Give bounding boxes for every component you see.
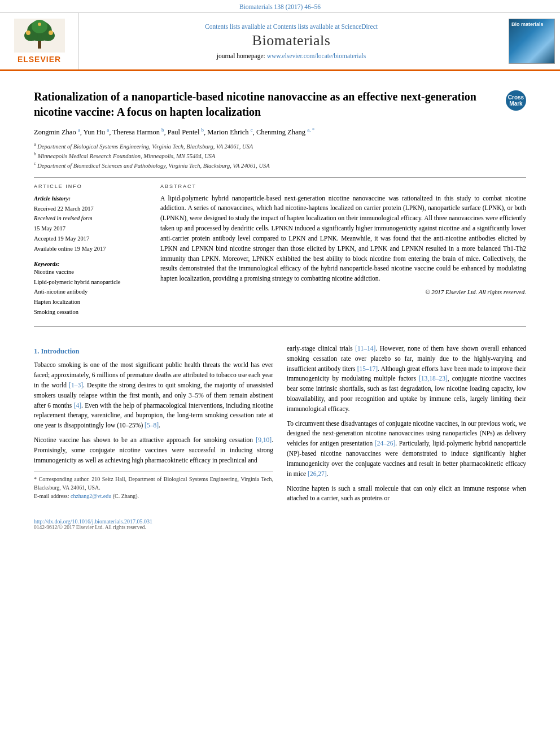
right-para-1: early-stage clinical trials [11–14]. How… [287,344,526,414]
email-label: E-mail address: [34,493,69,499]
ref-5-8[interactable]: [5–8] [145,422,159,429]
cover-journal-name: Bio materials [511,21,544,28]
section-divider-2 [34,326,526,327]
author-super-b2: b [202,127,204,133]
abstract-column: ABSTRACT A lipid-polymeric hybrid nanopa… [160,184,526,317]
keyword-4: Hapten localization [34,297,147,307]
intro-para-2: Nicotine vaccine has shown to be an attr… [34,435,273,465]
abstract-label: ABSTRACT [160,184,526,189]
ref-24-26[interactable]: [24–26] [375,440,395,447]
keyword-5: Smoking cessation [34,307,147,317]
body-two-col: 1. Introduction Tobacco smoking is one o… [34,344,526,508]
author-super-a: a [78,127,80,133]
accepted-date: Accepted 19 May 2017 [34,234,147,244]
elsevier-logo: ELSEVIER [14,19,65,64]
journal-title-area: Contents lists available at Contents lis… [79,13,504,69]
keywords-label: Keywords: [34,261,147,267]
homepage-label: journal homepage: [217,53,265,59]
corresponding-note: * Corresponding author. 210 Seitz Hall, … [34,475,273,492]
section-divider [34,177,526,178]
right-para-3: Nicotine hapten is such a small molecule… [287,484,526,504]
keyword-1: Nicotine vaccine [34,267,147,277]
sciencedirect-link[interactable]: Contents lists available at Contents lis… [205,23,378,30]
ref-11-14[interactable]: [11–14] [355,345,375,352]
keyword-3: Anti-nicotine antibody [34,287,147,297]
intro-heading: 1. Introduction [34,346,273,357]
keyword-2: Lipid-polymeric hybrid nanoparticle [34,277,147,287]
received-date: Received 22 March 2017 [34,204,147,214]
homepage-url[interactable]: www.elsevier.com/locate/biomaterials [267,53,366,59]
svg-point-6 [26,30,30,35]
email-address[interactable]: chzhang2@vt.edu [71,493,111,499]
journal-reference: Biomaterials 138 (2017) 46–56 [0,0,560,13]
ref-9-10[interactable]: [9,10] [256,436,272,443]
sciencedirect-text: Contents lists available at ScienceDirec… [273,23,378,30]
keywords-section: Keywords: Nicotine vaccine Lipid-polymer… [34,261,147,317]
journal-cover-image: Bio materials [509,19,555,64]
ref-1-3[interactable]: [1–3] [69,382,83,388]
history-label: Article history: [34,194,147,204]
issn-copyright: 0142-9612/© 2017 Elsevier Ltd. All right… [34,525,526,530]
article-content: CrossMark Rationalization of a nanoparti… [0,71,560,327]
footnote-section: * Corresponding author. 210 Seitz Hall, … [34,471,273,500]
author-super-a2: a [107,127,109,133]
copyright-notice: © 2017 Elsevier Ltd. All rights reserved… [160,289,526,295]
received-revised-label: Received in revised form [34,213,147,224]
article-title: Rationalization of a nanoparticle-based … [34,89,526,120]
crossmark-badge[interactable]: CrossMark [506,90,526,111]
svg-point-8 [38,23,41,26]
affiliation-c: c Department of Biomedical Sciences and … [34,160,526,170]
article-info-label: ARTICLE INFO [34,184,147,189]
author-super-c: c [251,127,253,133]
available-date: Available online 19 May 2017 [34,244,147,254]
received-revised-date: 15 May 2017 [34,224,147,234]
article-history: Article history: Received 22 March 2017 … [34,194,147,254]
elsevier-logo-area: ELSEVIER [0,13,79,69]
elsevier-wordmark: ELSEVIER [18,55,61,64]
doi-url[interactable]: http://dx.doi.org/10.1016/j.biomaterials… [34,518,526,525]
journal-name: Biomaterials [252,32,331,49]
svg-point-5 [32,20,47,33]
email-line: E-mail address: chzhang2@vt.edu (C. Zhan… [34,492,273,500]
doi-section: http://dx.doi.org/10.1016/j.biomaterials… [0,514,560,530]
ref-13-18-23[interactable]: [13,18–23] [419,375,448,382]
article-info-column: ARTICLE INFO Article history: Received 2… [34,184,147,317]
homepage-line: journal homepage: www.elsevier.com/locat… [217,53,366,59]
ref-15-17[interactable]: [15–17] [357,365,378,372]
abstract-text: A lipid-polymeric hybrid nanoparticle-ba… [160,194,526,284]
info-abstract-section: ARTICLE INFO Article history: Received 2… [34,184,526,317]
ref-4[interactable]: [4] [74,402,81,409]
email-note: (C. Zhang). [113,493,139,499]
intro-para-1: Tobacco smoking is one of the most signi… [34,360,273,431]
authors-line: Zongmin Zhao a, Yun Hu a, Theresa Harmon… [34,126,526,138]
right-para-2: To circumvent these disadvantages of con… [287,419,526,479]
journal-cover: Bio materials [504,13,560,69]
body-section: 1. Introduction Tobacco smoking is one o… [0,333,560,514]
svg-point-7 [49,30,53,35]
elsevier-tree-icon [14,19,65,53]
affiliations: a Department of Biological Systems Engin… [34,141,526,171]
crossmark-icon: CrossMark [506,90,526,111]
title-section: CrossMark Rationalization of a nanoparti… [34,89,526,120]
author-super-b: b [161,127,164,133]
body-right-col: early-stage clinical trials [11–14]. How… [287,344,526,508]
ref-26-27[interactable]: [26,27] [308,470,327,477]
journal-header: ELSEVIER Contents lists available at Con… [0,13,560,71]
corresponding-marker: * Corresponding author. [34,476,91,482]
body-left-col: 1. Introduction Tobacco smoking is one o… [34,344,273,508]
affiliation-b: b Minneapolis Medical Research Foundatio… [34,151,526,160]
author-super-a3: a, * [307,127,314,133]
affiliation-a: a Department of Biological Systems Engin… [34,141,526,151]
journal-ref-text: Biomaterials 138 (2017) 46–56 [239,3,321,10]
